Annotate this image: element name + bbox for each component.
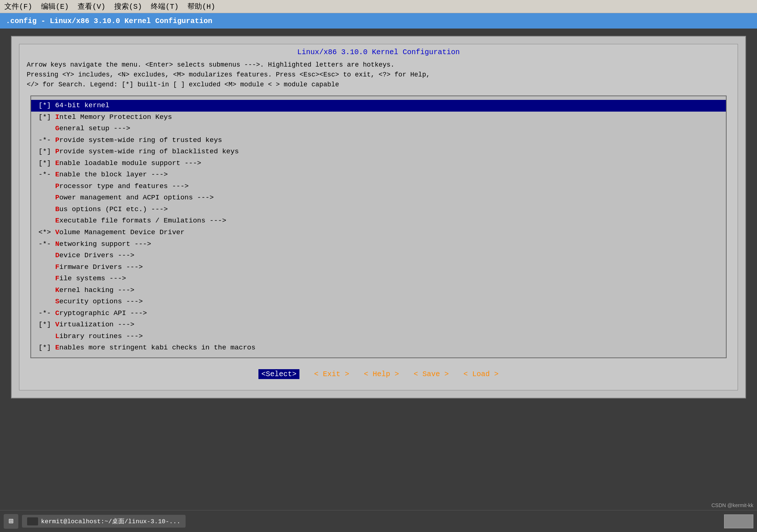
menu-item[interactable]: [*] Intel Memory Protection Keys [31, 112, 726, 123]
help-line-3: </> for Search. Legend: [*] built-in [ ]… [27, 80, 730, 90]
menu-item[interactable]: <*> Volume Management Device Driver [31, 227, 726, 239]
config-box: Linux/x86 3.10.0 Kernel Configuration Ar… [19, 44, 738, 390]
menu-item[interactable]: -*- Provide system-wide ring of trusted … [31, 135, 726, 146]
title-bar: .config - Linux/x86 3.10.0 Kernel Config… [0, 13, 757, 29]
help-line-2: Pressing <Y> includes, <N> excludes, <M>… [27, 70, 730, 80]
menu-item[interactable]: Device Drivers ---> [31, 250, 726, 262]
menu-file[interactable]: 文件(F) [4, 1, 32, 11]
menu-item[interactable]: [*] Enable loadable module support ---> [31, 158, 726, 169]
menu-view[interactable]: 查看(V) [78, 1, 105, 11]
menu-help[interactable]: 帮助(H) [187, 1, 215, 11]
config-help: Arrow keys navigate the menu. <Enter> se… [27, 60, 730, 90]
menu-item[interactable]: -*- Cryptographic API ---> [31, 308, 726, 319]
config-title: Linux/x86 3.10.0 Kernel Configuration [27, 48, 730, 56]
bottom-buttons: <Select> < Exit > < Help > < Save > < Lo… [27, 366, 730, 383]
terminal-label: kermit@localhost:~/桌面/linux-3.10-... [41, 517, 180, 525]
menu-item[interactable]: General setup ---> [31, 123, 726, 135]
kernel-menu: [*] 64-bit kernel[*] Intel Memory Protec… [30, 95, 727, 358]
menu-terminal[interactable]: 终端(T) [151, 1, 179, 11]
menu-item[interactable]: Kernel hacking ---> [31, 285, 726, 296]
select-button[interactable]: <Select> [258, 369, 299, 379]
terminal-area: Linux/x86 3.10.0 Kernel Configuration Ar… [11, 36, 746, 398]
menu-item[interactable]: [*] Enables more stringent kabi checks i… [31, 342, 726, 354]
terminal-icon [27, 517, 38, 525]
save-button[interactable]: < Save > [414, 369, 449, 379]
exit-button[interactable]: < Exit > [314, 369, 349, 379]
menu-bar: 文件(F) 编辑(E) 查看(V) 搜索(S) 终端(T) 帮助(H) [0, 0, 757, 13]
help-button[interactable]: < Help > [364, 369, 399, 379]
menu-item[interactable]: Processor type and features ---> [31, 181, 726, 192]
taskbar-apps-icon[interactable]: ⊞ [4, 514, 18, 529]
menu-item[interactable]: Library routines ---> [31, 331, 726, 342]
menu-search[interactable]: 搜索(S) [114, 1, 142, 11]
menu-item[interactable]: [*] 64-bit kernel [31, 100, 726, 112]
menu-item[interactable]: Executable file formats / Emulations ---… [31, 215, 726, 227]
menu-item[interactable]: [*] Virtualization ---> [31, 319, 726, 331]
csdn-watermark: CSDN @kermit-kk [711, 502, 753, 508]
menu-item[interactable]: File systems ---> [31, 273, 726, 285]
taskbar-right [724, 514, 753, 528]
menu-item[interactable]: [*] Provide system-wide ring of blacklis… [31, 146, 726, 158]
menu-item[interactable]: -*- Networking support ---> [31, 239, 726, 250]
menu-item[interactable]: Bus options (PCI etc.) ---> [31, 204, 726, 216]
menu-item[interactable]: Firmware Drivers ---> [31, 262, 726, 273]
taskbar: ⊞ kermit@localhost:~/桌面/linux-3.10-... [0, 510, 757, 532]
menu-edit[interactable]: 编辑(E) [41, 1, 69, 11]
load-button[interactable]: < Load > [463, 369, 499, 379]
menu-item[interactable]: Power management and ACPI options ---> [31, 192, 726, 204]
menu-item[interactable]: Security options ---> [31, 296, 726, 308]
taskbar-terminal-item[interactable]: kermit@localhost:~/桌面/linux-3.10-... [22, 515, 186, 528]
window-title: .config - Linux/x86 3.10.0 Kernel Config… [6, 17, 212, 25]
menu-item[interactable]: -*- Enable the block layer ---> [31, 169, 726, 181]
help-line-1: Arrow keys navigate the menu. <Enter> se… [27, 60, 730, 70]
taskbar-input-box [724, 514, 753, 528]
